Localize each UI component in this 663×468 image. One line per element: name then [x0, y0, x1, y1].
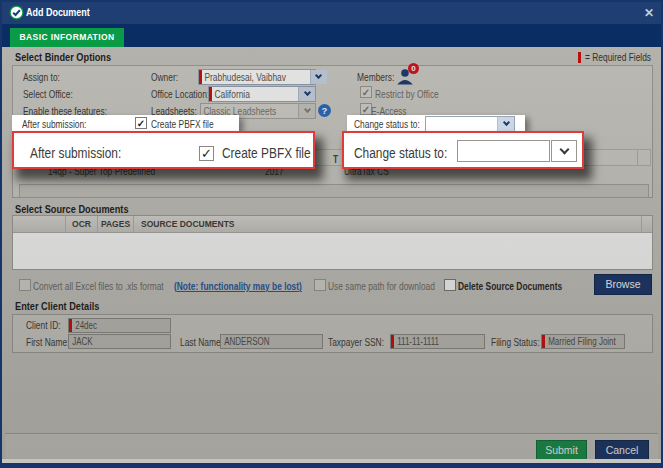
- last-name-field[interactable]: ANDERSON: [220, 334, 323, 349]
- required-bar-icon: [578, 52, 581, 63]
- chevron-down-icon[interactable]: [298, 87, 315, 101]
- document-check-icon: [9, 5, 24, 20]
- chevron-down-icon[interactable]: [551, 140, 577, 162]
- after-submission-callout: After submission: Create PBFX file: [12, 131, 315, 169]
- same-path-checkbox[interactable]: [314, 279, 326, 291]
- delete-docs-label: Delete Source Documents: [458, 280, 562, 292]
- help-icon[interactable]: ?: [318, 104, 331, 117]
- taxpayer-ssn-field[interactable]: 111-11-1111: [390, 334, 485, 349]
- filing-status-field[interactable]: Married Filing Joint: [541, 334, 625, 349]
- restrict-by-office-label: Restrict by Office: [375, 88, 439, 100]
- change-status-callout: Change status to:: [342, 131, 584, 169]
- callout-after-submission-label: After submission:: [30, 145, 121, 161]
- callout-change-status-label: Change status to:: [354, 145, 447, 161]
- office-location-select[interactable]: California: [208, 86, 316, 102]
- same-path-label: Use same path for download: [328, 280, 435, 292]
- note-functionality-link[interactable]: (Note: functionality may be lost): [174, 280, 302, 292]
- create-pbfx-label: Create PBFX file: [151, 118, 214, 130]
- binder-options-heading: Select Binder Options: [6, 49, 657, 65]
- restrict-by-office-checkbox[interactable]: [360, 86, 372, 98]
- first-name-field[interactable]: JACK: [68, 334, 171, 349]
- callout-create-pbfx-label: Create PBFX file: [222, 145, 311, 161]
- browse-button[interactable]: Browse: [594, 274, 652, 295]
- owner-select[interactable]: Prabhudesai, Vaibhav: [198, 69, 316, 85]
- tab-strip: BASIC INFORMATION: [2, 24, 661, 47]
- delete-docs-checkbox[interactable]: [444, 279, 456, 291]
- column-source-documents: SOURCE DOCUMENTS: [134, 216, 642, 232]
- chevron-down-icon[interactable]: [310, 70, 327, 84]
- column-ocr: OCR: [66, 216, 98, 232]
- convert-excel-label: Convert all Excel files to .xls format: [33, 280, 164, 292]
- after-submission-label: After submission:: [22, 118, 86, 130]
- source-documents-table-header: OCR PAGES SOURCE DOCUMENTS: [13, 216, 652, 233]
- chevron-down-icon[interactable]: [497, 117, 514, 131]
- bottom-edge: [2, 459, 661, 463]
- change-status-select[interactable]: [425, 116, 515, 132]
- filing-status-label: Filing Status:: [491, 336, 540, 348]
- source-documents-table: OCR PAGES SOURCE DOCUMENTS: [12, 215, 653, 270]
- submit-button[interactable]: Submit: [536, 440, 587, 460]
- office-location-label: Office Location:: [151, 88, 209, 100]
- convert-excel-checkbox[interactable]: [19, 279, 31, 291]
- chevron-down-icon: [298, 104, 315, 118]
- window-title: Add Document: [26, 6, 90, 18]
- tab-basic-information[interactable]: BASIC INFORMATION: [10, 28, 124, 47]
- column-pages: PAGES: [98, 216, 134, 232]
- callout-create-pbfx-checkbox[interactable]: [199, 146, 214, 161]
- client-id-field[interactable]: 24dec: [68, 318, 171, 333]
- select-office-label: Select Office:: [23, 88, 73, 100]
- title-bar[interactable]: Add Document ✕: [2, 2, 661, 24]
- client-details-heading: Enter Client Details: [6, 298, 657, 314]
- column-blank: [13, 216, 66, 232]
- change-status-row: Change status to:: [347, 115, 525, 132]
- members-label: Members:: [357, 71, 394, 83]
- column-end: [642, 216, 652, 232]
- client-id-label: Client ID:: [26, 319, 61, 331]
- footer: Submit Cancel: [5, 434, 658, 459]
- create-pbfx-checkbox[interactable]: [135, 117, 147, 129]
- close-icon[interactable]: ✕: [644, 6, 654, 20]
- change-status-label: Change status to:: [354, 118, 420, 130]
- owner-label: Owner:: [151, 71, 178, 83]
- last-name-label: Last Name:: [180, 336, 223, 348]
- cancel-button[interactable]: Cancel: [595, 440, 649, 460]
- members-icon[interactable]: 0: [396, 68, 416, 86]
- callout-change-status-select[interactable]: [457, 140, 550, 162]
- client-details-box: Client ID: 24dec First Name: JACK Last N…: [12, 314, 653, 353]
- first-name-label: First Name:: [26, 336, 69, 348]
- after-submission-row: After submission: Create PBFX file: [12, 115, 239, 132]
- taxpayer-ssn-label: Taxpayer SSN:: [328, 336, 384, 348]
- members-count-badge: 0: [408, 63, 419, 74]
- add-document-dialog: Add Document ✕ BASIC INFORMATION Select …: [0, 0, 663, 468]
- binder-name-field[interactable]: [19, 184, 649, 198]
- assign-to-label: Assign to:: [23, 71, 60, 83]
